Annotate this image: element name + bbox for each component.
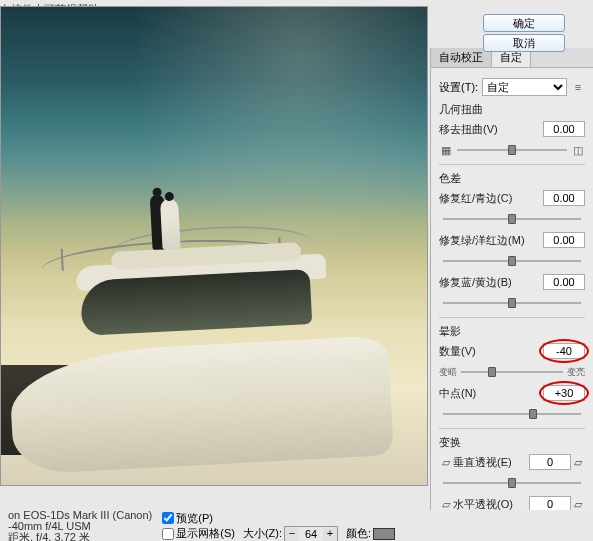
preview-checkbox[interactable] — [162, 512, 174, 524]
rc-label: 修复红/青边(C) — [439, 191, 503, 206]
gm-slider[interactable] — [443, 253, 581, 269]
vert-icon2: ▱ — [571, 455, 585, 469]
footer: on EOS-1Ds Mark III (Canon) -40mm f/4L U… — [0, 510, 593, 541]
rc-value[interactable]: 0.00 — [543, 190, 585, 206]
midpoint-label: 中点(N) — [439, 386, 503, 401]
by-value[interactable]: 0.00 — [543, 274, 585, 290]
darken-label: 变暗 — [439, 366, 457, 379]
zoom-plus[interactable]: + — [323, 527, 337, 541]
settings-select[interactable]: 自定 — [482, 78, 567, 96]
by-label: 修复蓝/黄边(B) — [439, 275, 503, 290]
grid-icon: ▦ — [439, 143, 453, 157]
menu-icon[interactable]: ≡ — [571, 80, 585, 94]
camera-meta: on EOS-1Ds Mark III (Canon) -40mm f/4L U… — [8, 510, 152, 542]
midpoint-value[interactable]: +30 — [543, 385, 585, 401]
section-geometric: 几何扭曲 — [439, 102, 585, 117]
vert-slider[interactable] — [443, 475, 581, 491]
pincushion-icon: ◫ — [571, 143, 585, 157]
vert-icon: ▱ — [439, 455, 453, 469]
horiz-icon2: ▱ — [571, 497, 585, 510]
section-chromatic: 色差 — [439, 171, 585, 186]
remove-distortion-value[interactable]: 0.00 — [543, 121, 585, 137]
ok-button[interactable]: 确定 — [483, 14, 565, 32]
preview-image — [0, 6, 428, 486]
vert-label: 垂直透视(E) — [453, 455, 517, 470]
settings-panel: 自动校正 自定 设置(T): 自定 ≡ 几何扭曲 移去扭曲(V) 0.00 ▦ … — [430, 48, 593, 510]
settings-label: 设置(T): — [439, 80, 478, 95]
horiz-icon: ▱ — [439, 497, 453, 510]
horiz-label: 水平透视(O) — [453, 497, 517, 511]
gm-label: 修复绿/洋红边(M) — [439, 233, 503, 248]
vert-value[interactable]: 0 — [529, 454, 571, 470]
horiz-value[interactable]: 0 — [529, 496, 571, 510]
remove-distortion-label: 移去扭曲(V) — [439, 122, 503, 137]
amount-value[interactable]: -40 — [543, 343, 585, 359]
grid-checkbox[interactable] — [162, 528, 174, 540]
amount-label: 数量(V) — [439, 344, 503, 359]
section-vignette: 晕影 — [439, 324, 585, 339]
preview-area — [0, 6, 430, 506]
amount-slider[interactable] — [461, 364, 563, 380]
zoom-minus[interactable]: − — [285, 527, 299, 541]
lighten-label: 变亮 — [567, 366, 585, 379]
zoom-value[interactable]: 64 — [299, 528, 323, 540]
by-slider[interactable] — [443, 295, 581, 311]
section-transform: 变换 — [439, 435, 585, 450]
gm-value[interactable]: 0.00 — [543, 232, 585, 248]
rc-slider[interactable] — [443, 211, 581, 227]
midpoint-slider[interactable] — [443, 406, 581, 422]
color-swatch[interactable] — [373, 528, 395, 540]
remove-distortion-slider[interactable] — [457, 142, 567, 158]
cancel-button[interactable]: 取消 — [483, 34, 565, 52]
